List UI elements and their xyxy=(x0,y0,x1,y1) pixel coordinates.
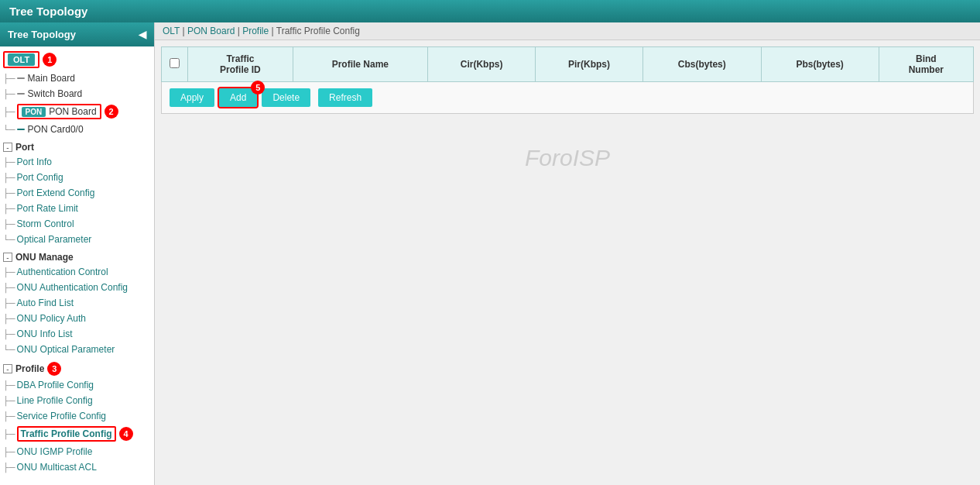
sidebar-item-auto-find-list[interactable]: ├─ Auto Find List xyxy=(0,295,154,311)
line-profile-config-link[interactable]: Line Profile Config xyxy=(17,395,93,406)
breadcrumb-olt[interactable]: OLT xyxy=(163,26,180,36)
select-all-checkbox[interactable] xyxy=(170,58,180,68)
sidebar-section-onu-manage[interactable]: - ONU Manage xyxy=(0,250,154,264)
sidebar-item-onu-info-list[interactable]: ├─ ONU Info List xyxy=(0,326,154,342)
dba-profile-config-link[interactable]: DBA Profile Config xyxy=(17,380,94,390)
table-toolbar: Apply Add 5 Delete Refresh xyxy=(161,82,974,114)
col-pbs: Pbs(bytes) xyxy=(761,47,879,82)
sidebar-item-onu-multicast-acl[interactable]: ├─ ONU Multicast ACL xyxy=(0,459,154,475)
port-rate-limit-link[interactable]: Port Rate Limit xyxy=(17,203,78,214)
sidebar-item-port-info[interactable]: ├─ Port Info xyxy=(0,154,154,170)
onu-optical-parameter-link[interactable]: ONU Optical Parameter xyxy=(17,344,115,355)
traffic-profile-config-badge: 4 xyxy=(119,427,133,441)
table-wrapper: TrafficProfile ID Profile Name Cir(Kbps)… xyxy=(155,40,980,177)
profile-toggle[interactable]: - xyxy=(3,364,12,373)
onu-manage-label: ONU Manage xyxy=(15,252,74,263)
pon-card-label: PON Card0/0 xyxy=(28,124,84,135)
breadcrumb: OLT | PON Board | Profile | Traffic Prof… xyxy=(155,22,980,40)
onu-multicast-acl-link[interactable]: ONU Multicast ACL xyxy=(17,462,97,473)
sidebar-item-storm-control[interactable]: ├─ Storm Control xyxy=(0,216,154,232)
breadcrumb-pon-board[interactable]: PON Board xyxy=(187,26,235,36)
app-header: Tree Topology xyxy=(0,0,980,22)
sidebar-item-onu-policy-auth[interactable]: ├─ ONU Policy Auth xyxy=(0,311,154,326)
col-cir: Cir(Kbps) xyxy=(427,47,536,82)
port-config-link[interactable]: Port Config xyxy=(17,172,63,183)
onu-authentication-config-link[interactable]: ONU Authentication Config xyxy=(17,282,128,293)
col-pir: Pir(Kbps) xyxy=(536,47,642,82)
storm-control-link[interactable]: Storm Control xyxy=(17,218,74,229)
optical-parameter-link[interactable]: Optical Parameter xyxy=(17,234,92,245)
sidebar-title: Tree Topology ◀ xyxy=(0,22,154,46)
olt-badge: 1 xyxy=(43,53,57,67)
sidebar-item-dba-profile-config[interactable]: ├─ DBA Profile Config xyxy=(0,377,154,393)
sidebar-collapse-icon[interactable]: ◀ xyxy=(139,29,146,40)
sidebar-item-onu-igmp-profile[interactable]: ├─ ONU IGMP Profile xyxy=(0,444,154,459)
pon-board-label: PON Board xyxy=(49,106,96,117)
olt-box: OLT xyxy=(3,51,39,68)
profile-section-label: Profile xyxy=(15,363,44,374)
watermark: ForoISP xyxy=(161,145,974,171)
traffic-profile-config-link[interactable]: Traffic Profile Config xyxy=(17,426,116,442)
col-traffic-profile-id: TrafficProfile ID xyxy=(188,47,293,82)
onu-toggle[interactable]: - xyxy=(3,253,12,262)
sidebar-item-optical-parameter[interactable]: └─ Optical Parameter xyxy=(0,232,154,247)
profile-section-badge: 3 xyxy=(47,362,61,376)
col-bind-number: BindNumber xyxy=(879,47,973,82)
sidebar-item-port-config[interactable]: ├─ Port Config xyxy=(0,170,154,185)
service-profile-config-link[interactable]: Service Profile Config xyxy=(17,411,106,421)
pon-chip: PON xyxy=(22,107,46,117)
breadcrumb-profile[interactable]: Profile xyxy=(242,26,269,36)
authentication-control-link[interactable]: Authentication Control xyxy=(17,267,108,277)
sidebar-item-service-profile-config[interactable]: ├─ Service Profile Config xyxy=(0,408,154,424)
onu-igmp-profile-link[interactable]: ONU IGMP Profile xyxy=(17,446,93,457)
add-button-container: Add 5 xyxy=(219,88,257,107)
sidebar-item-port-rate-limit[interactable]: ├─ Port Rate Limit xyxy=(0,201,154,216)
onu-policy-auth-link[interactable]: ONU Policy Auth xyxy=(17,313,86,324)
auto-find-list-link[interactable]: Auto Find List xyxy=(17,298,74,308)
main-board-label: Main Board xyxy=(28,73,75,84)
sidebar-section-profile[interactable]: - Profile 3 xyxy=(0,360,154,377)
col-checkbox xyxy=(162,47,188,82)
sidebar-item-olt[interactable]: OLT 1 xyxy=(0,46,154,71)
sidebar-item-pon-card[interactable]: └─ PON Card0/0 xyxy=(0,122,154,137)
traffic-profile-table: TrafficProfile ID Profile Name Cir(Kbps)… xyxy=(161,46,974,82)
switch-board-label: Switch Board xyxy=(28,88,83,99)
breadcrumb-traffic-profile-config: Traffic Profile Config xyxy=(276,26,360,36)
delete-button[interactable]: Delete xyxy=(262,88,310,107)
port-extend-config-link[interactable]: Port Extend Config xyxy=(17,187,95,198)
refresh-button[interactable]: Refresh xyxy=(318,88,372,107)
main-layout: Tree Topology ◀ OLT 1 ├─ Main Board ├─ xyxy=(0,22,980,485)
sidebar-item-port-extend-config[interactable]: ├─ Port Extend Config xyxy=(0,185,154,201)
sidebar-item-line-profile-config[interactable]: ├─ Line Profile Config xyxy=(0,393,154,408)
sidebar-item-authentication-control[interactable]: ├─ Authentication Control xyxy=(0,264,154,280)
sidebar-section-port[interactable]: - Port xyxy=(0,140,154,154)
olt-chip: OLT xyxy=(8,53,35,66)
content-area: OLT | PON Board | Profile | Traffic Prof… xyxy=(155,22,980,485)
sidebar-item-traffic-profile-config[interactable]: ├─ Traffic Profile Config 4 xyxy=(0,424,154,444)
sidebar-item-onu-optical-parameter[interactable]: └─ ONU Optical Parameter xyxy=(0,342,154,357)
sidebar-item-pon-board[interactable]: ├─ PON PON Board 2 xyxy=(0,101,154,122)
port-section-label: Port xyxy=(15,142,34,153)
sidebar-item-onu-authentication-config[interactable]: ├─ ONU Authentication Config xyxy=(0,280,154,295)
pon-board-badge: 2 xyxy=(105,105,118,119)
col-profile-name: Profile Name xyxy=(293,47,427,82)
col-cbs: Cbs(bytes) xyxy=(642,47,761,82)
onu-info-list-link[interactable]: ONU Info List xyxy=(17,328,73,339)
app-title: Tree Topology xyxy=(9,5,87,18)
sidebar-title-label: Tree Topology xyxy=(8,29,76,40)
sidebar-item-main-board[interactable]: ├─ Main Board xyxy=(0,71,154,86)
port-toggle[interactable]: - xyxy=(3,143,12,152)
sidebar-scroll: OLT 1 ├─ Main Board ├─ Switch Board ├─ P xyxy=(0,46,154,476)
port-info-link[interactable]: Port Info xyxy=(17,157,52,167)
sidebar-item-switch-board[interactable]: ├─ Switch Board xyxy=(0,86,154,101)
sidebar: Tree Topology ◀ OLT 1 ├─ Main Board ├─ xyxy=(0,22,155,485)
apply-button[interactable]: Apply xyxy=(170,88,214,107)
sidebar-item-pon-protect-config[interactable]: └─ Pon Protect Config xyxy=(0,475,154,476)
pon-board-box: PON PON Board xyxy=(17,104,101,119)
